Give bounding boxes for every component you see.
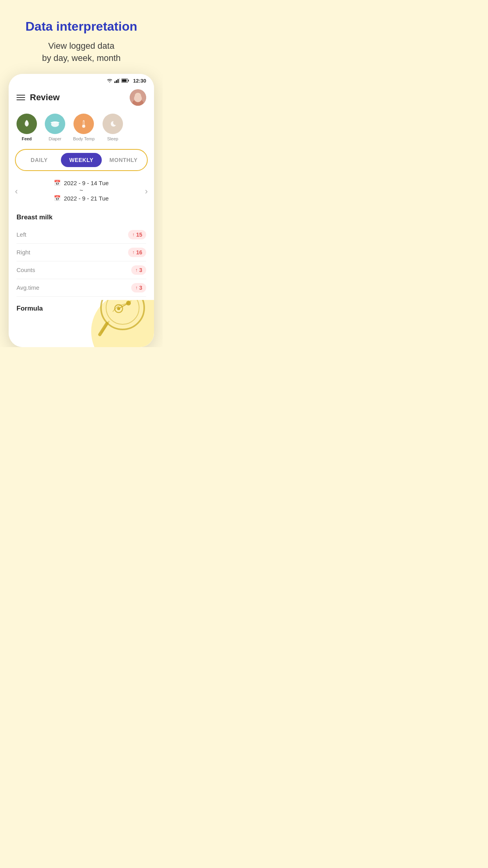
up-arrow-left: ↑ [132,232,134,237]
phone-content: 12:30 Review [9,74,154,347]
svg-rect-6 [128,80,129,82]
breast-milk-right-row: Right ↑ 16 [17,244,146,261]
wifi-icon [106,78,113,83]
page-title: Data interpretation [13,19,150,34]
right-value: ↑ 16 [128,248,146,257]
right-number: 16 [136,249,142,256]
left-value: ↑ 15 [128,230,146,239]
avgtime-number: 3 [139,285,142,291]
page-subtitle: View logged databy day, week, month [13,40,150,64]
bottom-decoration: Formula [9,300,154,347]
counts-value: ↑ 3 [131,265,146,275]
bodytemp-icon-bg [73,114,94,134]
category-bodytemp[interactable]: Body Temp [73,114,95,141]
status-icons [106,78,129,83]
category-sleep[interactable]: Sleep [103,114,123,141]
app-header: Review [9,86,154,110]
svg-point-16 [106,300,139,324]
status-bar: 12:30 [9,74,154,86]
diaper-label: Diaper [49,136,61,141]
sleep-icon-bg [103,114,123,134]
sleep-label: Sleep [107,136,118,141]
hamburger-line-1 [17,95,25,96]
diaper-icon-bg [45,114,65,134]
svg-rect-14 [83,121,84,125]
breast-milk-avgtime-row: Avg.time ↑ 3 [17,279,146,297]
page-header: Data interpretation View logged databy d… [0,0,163,74]
hamburger-line-3 [17,99,25,100]
category-diaper[interactable]: Diaper [45,114,65,141]
monthly-button[interactable]: MONTHLY [103,153,144,167]
date-range: 📅 2022 - 9 - 14 Tue ~ 📅 2022 - 9 - 21 Tu… [9,176,154,207]
date-start-row: 📅 2022 - 9 - 14 Tue [9,179,154,187]
svg-rect-5 [122,79,127,82]
phone-frame: 12:30 Review [9,74,154,347]
avgtime-value: ↑ 3 [131,283,146,292]
feed-icon-bg [17,114,37,134]
counts-label: Counts [17,267,35,273]
right-label: Right [17,249,30,256]
svg-rect-2 [117,79,119,83]
svg-point-13 [82,125,85,128]
svg-rect-0 [114,81,116,83]
hamburger-line-2 [17,97,25,98]
avatar[interactable] [130,89,146,106]
period-selector: DAILY WEEKLY MONTHLY [15,149,148,171]
avatar-image [130,89,146,106]
calendar-icon-end: 📅 [54,195,61,201]
signal-icon [114,78,120,83]
category-feed[interactable]: Feed [17,114,37,141]
date-tilde: ~ [9,187,154,194]
avgtime-label: Avg.time [17,284,39,291]
up-arrow-right: ↑ [132,250,134,255]
svg-rect-1 [116,80,117,83]
breast-milk-left-row: Left ↑ 15 [17,226,146,244]
up-arrow-avgtime: ↑ [135,285,138,291]
date-start: 2022 - 9 - 14 Tue [64,180,108,186]
battery-icon [121,78,129,83]
breast-milk-title: Breast milk [17,213,146,221]
weekly-button[interactable]: WEEKLY [61,153,101,167]
breast-milk-counts-row: Counts ↑ 3 [17,261,146,279]
calendar-icon-start: 📅 [54,180,61,186]
counts-number: 3 [139,267,142,273]
breast-milk-section: Breast milk Left ↑ 15 Right ↑ 16 Counts … [9,207,154,300]
app-title: Review [30,92,60,103]
svg-point-8 [135,93,141,99]
header-left: Review [17,92,60,103]
date-end-row: 📅 2022 - 9 - 21 Tue [9,194,154,202]
left-label: Left [17,231,26,238]
up-arrow-counts: ↑ [135,267,138,273]
left-number: 15 [136,232,142,238]
hamburger-menu[interactable] [17,95,25,100]
category-tabs: Feed Diaper [9,110,154,147]
date-end: 2022 - 9 - 21 Tue [64,195,108,202]
magnifier-decoration [87,300,154,347]
feed-label: Feed [22,136,32,141]
daily-button[interactable]: DAILY [19,153,59,167]
prev-arrow[interactable]: ‹ [15,186,18,197]
status-time: 12:30 [133,78,146,84]
bodytemp-label: Body Temp [73,136,95,141]
next-arrow[interactable]: › [145,186,148,197]
svg-rect-3 [119,78,120,83]
svg-point-10 [26,121,28,122]
